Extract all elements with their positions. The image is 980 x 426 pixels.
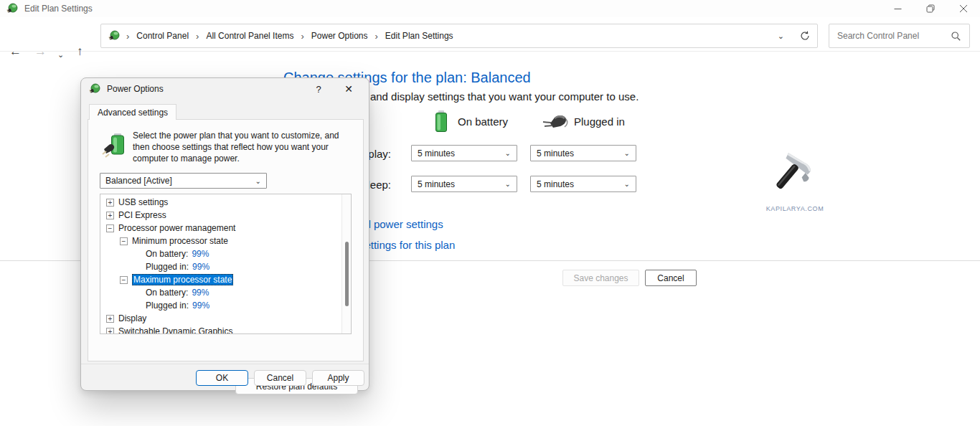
watermark: KAPILARYA.COM [763,151,827,212]
tree-item[interactable]: On battery:99% [100,247,341,260]
tree-scrollbar-thumb[interactable] [345,242,349,306]
tree-item-label[interactable]: On battery: [146,288,188,298]
plugged-in-icon [540,113,569,132]
chevron-down-icon: ⌄ [624,180,630,188]
power-options-icon [6,3,18,14]
expand-icon[interactable]: + [106,328,114,335]
chevron-down-icon: ⌄ [255,177,261,185]
collapse-icon[interactable]: − [106,224,114,232]
tree-item-value[interactable]: 99% [192,249,209,259]
dialog-cancel-button[interactable]: Cancel [254,370,306,386]
back-button[interactable]: ← [9,44,22,59]
dialog-separator [81,364,369,364]
tree-item-label[interactable]: PCI Express [118,210,166,220]
chevron-down-icon: ⌄ [624,149,630,157]
breadcrumb-separator-icon: › [375,31,378,42]
dialog-titlebar: Power Options ? ✕ [81,78,369,100]
edit-plan-settings-window: Edit Plan Settings ← → ⌄ ↑ [0,0,980,426]
search-box[interactable] [829,24,970,48]
tree-item-value[interactable]: 99% [192,300,209,311]
search-input[interactable] [837,31,951,41]
forward-button[interactable]: → [34,44,47,59]
tree-item[interactable]: −Maximum processor state [100,273,341,286]
tree-item[interactable]: +USB settings [100,196,341,209]
breadcrumb-item-power-options[interactable]: Power Options [311,29,369,42]
on-battery-icon [434,110,448,133]
select-value: 5 minutes [418,179,505,189]
ok-button[interactable]: OK [196,370,248,386]
tab-advanced-settings[interactable]: Advanced settings [89,104,176,120]
expand-icon[interactable]: + [106,315,114,323]
sleep-plugged-in-select[interactable]: 5 minutes ⌄ [530,176,636,192]
up-button[interactable]: ↑ [77,44,83,59]
tree-item-label[interactable]: Plugged in: [146,300,189,311]
tree-item[interactable]: +PCI Express [100,209,341,222]
tree-item[interactable]: +Display [100,312,341,325]
expand-icon[interactable]: + [106,199,114,207]
tree-item-label[interactable]: On battery: [146,249,188,259]
window-titlebar: Edit Plan Settings [0,0,980,17]
tree-item-label[interactable]: Switchable Dynamic Graphics [118,326,232,334]
breadcrumb[interactable]: › Control Panel › All Control Panel Item… [100,24,818,48]
close-button[interactable] [947,0,980,17]
tree-item-value[interactable]: 99% [192,262,209,272]
window-title: Edit Plan Settings [24,4,93,14]
minimize-icon [894,5,902,13]
refresh-button[interactable] [800,31,810,41]
recent-pages-dropdown[interactable]: ⌄ [57,47,64,62]
dialog-tab-page: Select the power plan that you want to c… [88,119,364,361]
breadcrumb-item-edit-plan-settings[interactable]: Edit Plan Settings [385,29,454,42]
power-options-dialog: Power Options ? ✕ Advanced settings Sele… [80,77,369,391]
search-icon [951,32,961,41]
restore-button[interactable] [914,0,947,17]
watermark-text: KAPILARYA.COM [763,205,827,212]
apply-button[interactable]: Apply [312,370,364,386]
power-plan-select[interactable]: Balanced [Active] ⌄ [100,173,267,189]
tree-item[interactable]: −Processor power management [100,222,341,235]
select-value: Balanced [Active] [105,176,255,186]
navigation-bar: ← → ⌄ ↑ › Control Panel › All Control Pa… [0,17,980,52]
select-value: 5 minutes [537,148,624,158]
tree-item-label[interactable]: Processor power management [118,223,235,233]
breadcrumb-item-all-items[interactable]: All Control Panel Items [205,29,294,42]
collapse-icon[interactable]: − [120,276,128,284]
page-cancel-button[interactable]: Cancel [645,270,697,286]
restore-icon [926,4,935,13]
tree-item-label[interactable]: Maximum processor state [132,274,233,285]
expand-icon[interactable]: + [106,212,114,219]
sleep-on-battery-select[interactable]: 5 minutes ⌄ [411,176,517,192]
tree-item[interactable]: On battery:99% [100,286,341,299]
tree-item-label[interactable]: Display [118,313,146,323]
select-value: 5 minutes [418,148,505,158]
display-plugged-in-select[interactable]: 5 minutes ⌄ [530,145,636,161]
plugged-in-column-header: Plugged in [574,115,625,128]
refresh-icon [800,31,810,41]
tree-item[interactable]: +Switchable Dynamic Graphics [100,325,341,334]
collapse-icon[interactable]: − [120,237,128,245]
close-icon [959,4,968,13]
tree-item[interactable]: Plugged in:99% [100,260,341,273]
tree-item-value[interactable]: 99% [192,288,209,298]
tree-scrollbar[interactable] [341,194,351,333]
dialog-description: Select the power plan that you want to c… [133,130,349,164]
dialog-close-button[interactable]: ✕ [334,78,363,100]
save-changes-button[interactable]: Save changes [562,270,639,286]
tree-item-label[interactable]: USB settings [118,197,168,207]
power-options-icon [89,83,100,95]
minimize-button[interactable] [881,0,914,17]
select-value: 5 minutes [537,179,624,189]
tree-item[interactable]: −Minimum processor state [100,235,341,247]
display-on-battery-select[interactable]: 5 minutes ⌄ [411,145,517,161]
address-dropdown-icon[interactable]: ⌄ [778,32,784,41]
tree-item[interactable]: Plugged in:99% [100,299,341,312]
tree-item-label[interactable]: Plugged in: [146,262,189,272]
help-button[interactable]: ? [304,78,333,100]
breadcrumb-separator-icon: › [126,31,129,42]
on-battery-column-header: On battery [458,115,508,128]
breadcrumb-item-control-panel[interactable]: Control Panel [136,29,189,42]
tree-item-label[interactable]: Minimum processor state [132,236,228,246]
chevron-down-icon: ⌄ [505,180,511,188]
advanced-settings-tree: +USB settings+PCI Express−Processor powe… [100,194,352,334]
power-options-icon [108,30,120,42]
chevron-down-icon: ⌄ [505,149,511,157]
